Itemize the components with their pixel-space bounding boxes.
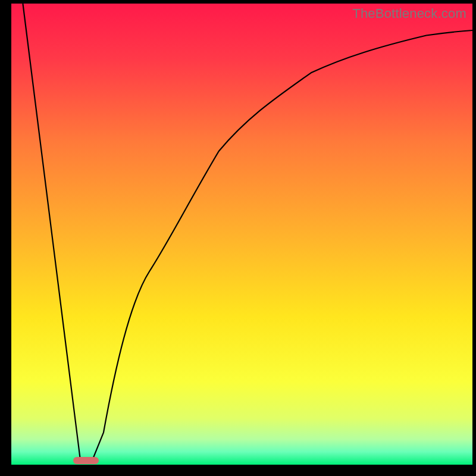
chart-svg bbox=[11, 4, 472, 465]
optimum-marker bbox=[73, 457, 99, 464]
watermark-text: TheBottleneck.com bbox=[352, 6, 466, 21]
chart-frame: TheBottleneck.com bbox=[0, 0, 476, 476]
gradient-background bbox=[11, 4, 472, 465]
plot-area: TheBottleneck.com bbox=[11, 4, 472, 465]
